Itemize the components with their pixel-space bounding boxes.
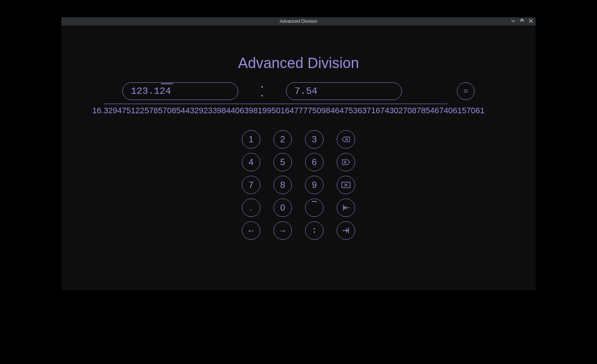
key-dot[interactable]: . <box>242 199 260 217</box>
key-clear[interactable] <box>337 176 355 194</box>
equals-button[interactable]: = <box>457 82 475 100</box>
key-9[interactable]: 9 <box>305 176 323 194</box>
key-8[interactable]: 8 <box>274 176 292 194</box>
key-1[interactable]: 1 <box>242 130 260 149</box>
page-title: Advanced Division <box>61 55 536 71</box>
key-right[interactable]: → <box>274 221 292 240</box>
result-underline <box>104 104 447 104</box>
dividend-wrap <box>122 82 238 100</box>
key-4[interactable]: 4 <box>242 153 260 171</box>
key-2[interactable]: 2 <box>274 130 292 149</box>
division-operator: ●● <box>253 85 271 98</box>
key-overline[interactable] <box>305 199 323 217</box>
key-colon[interactable]: ●● <box>305 221 323 240</box>
dividend-input[interactable] <box>122 82 238 100</box>
result-row: 16.3294751225785708544329233984406398199… <box>61 104 536 115</box>
content-area: Advanced Division ●● = 16.32947512257857… <box>61 25 536 290</box>
app-window: Advanced Division Advanced Division ●● <box>61 17 536 290</box>
arrow-bar-right-icon <box>341 226 351 235</box>
close-icon[interactable] <box>528 18 533 24</box>
window-title: Advanced Division <box>280 19 318 24</box>
inputs-row: ●● = <box>61 82 536 100</box>
key-delete-forward[interactable] <box>337 153 355 171</box>
key-backspace[interactable] <box>337 130 355 149</box>
window-controls <box>511 18 533 24</box>
maximize-icon[interactable] <box>519 18 525 24</box>
minimize-icon[interactable] <box>511 18 516 24</box>
key-end[interactable] <box>337 221 355 240</box>
keypad: 1 2 3 4 5 6 7 8 9 <box>61 130 536 240</box>
result-value: 16.3294751225785708544329233984406398199… <box>92 104 505 115</box>
colon-icon: ●● <box>313 227 315 234</box>
divisor-input[interactable] <box>286 82 402 100</box>
backspace-icon <box>341 135 351 144</box>
divisor-wrap <box>286 82 402 100</box>
key-left[interactable]: ← <box>242 221 260 240</box>
key-3[interactable]: 3 <box>305 130 323 149</box>
overline-icon <box>312 201 317 202</box>
titlebar[interactable]: Advanced Division <box>61 17 536 25</box>
key-5[interactable]: 5 <box>274 153 292 171</box>
clear-box-icon <box>340 180 351 190</box>
key-6[interactable]: 6 <box>305 153 323 171</box>
key-7[interactable]: 7 <box>242 176 260 194</box>
arrow-bar-left-icon <box>341 203 351 213</box>
key-home[interactable] <box>337 199 355 217</box>
delete-forward-icon <box>341 157 351 167</box>
key-0[interactable]: 0 <box>274 199 292 217</box>
